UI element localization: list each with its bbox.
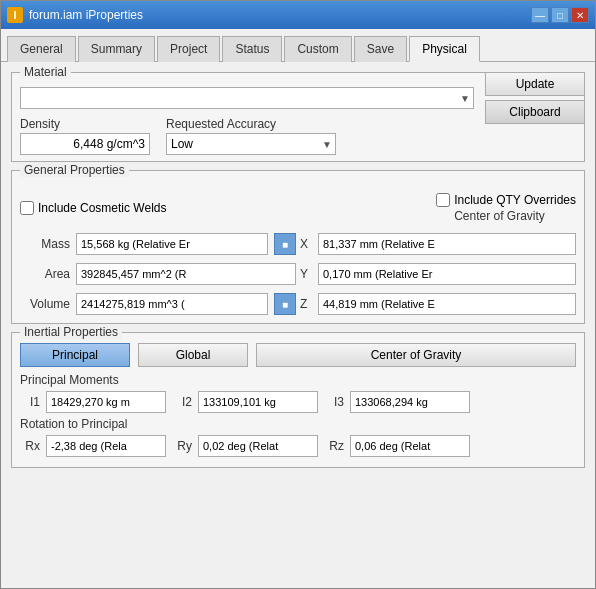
accuracy-select[interactable]: Low Medium High (166, 133, 336, 155)
general-properties-section: General Properties Include Cosmetic Weld… (11, 170, 585, 324)
material-select[interactable] (20, 87, 474, 109)
close-button[interactable]: ✕ (571, 7, 589, 23)
window-title: forum.iam iProperties (29, 8, 143, 22)
volume-row: Volume 2414275,819 mm^3 ( ■ (20, 291, 296, 317)
mass-label: Mass (20, 237, 70, 251)
area-value: 392845,457 mm^2 (R (76, 263, 296, 285)
material-label: Material (20, 65, 71, 79)
checkbox-row: Include Cosmetic Welds Include QTY Overr… (20, 193, 576, 223)
principal-moments-label: Principal Moments (20, 373, 576, 387)
title-bar: I forum.iam iProperties — □ ✕ (1, 1, 595, 29)
volume-value: 2414275,819 mm^3 ( (76, 293, 268, 315)
i1-label: I1 (20, 395, 40, 409)
volume-label: Volume (20, 297, 70, 311)
title-bar-left: I forum.iam iProperties (7, 7, 143, 23)
area-row: Area 392845,457 mm^2 (R (20, 261, 296, 287)
qty-overrides-label: Include QTY Overrides (454, 193, 576, 207)
mass-value: 15,568 kg (Relative Er (76, 233, 268, 255)
tab-custom[interactable]: Custom (284, 36, 351, 62)
rotation-row: Rx -2,38 deg (Rela Ry 0,02 deg (Relat Rz… (20, 435, 576, 457)
update-button[interactable]: Update (485, 72, 585, 96)
tabs-container: General Summary Project Status Custom Sa… (1, 29, 595, 62)
material-dropdown-wrap: ▼ (20, 87, 474, 109)
z-row: Z 44,819 mm (Relative E (300, 291, 576, 317)
rz-label: Rz (324, 439, 344, 453)
principal-button[interactable]: Principal (20, 343, 130, 367)
accuracy-label: Requested Accuracy (166, 117, 336, 131)
action-buttons: Update Clipboard (485, 72, 585, 124)
z-label: Z (300, 297, 312, 311)
rx-label: Rx (20, 439, 40, 453)
y-row: Y 0,170 mm (Relative Er (300, 261, 576, 287)
i3-label: I3 (324, 395, 344, 409)
x-row: X 81,337 mm (Relative E (300, 231, 576, 257)
volume-calc-button[interactable]: ■ (274, 293, 296, 315)
cosmetic-welds-group: Include Cosmetic Welds (20, 201, 167, 215)
y-label: Y (300, 267, 312, 281)
x-label: X (300, 237, 312, 251)
ry-label: Ry (172, 439, 192, 453)
y-value: 0,170 mm (Relative Er (318, 263, 576, 285)
mass-row: Mass 15,568 kg (Relative Er ■ (20, 231, 296, 257)
left-props: Mass 15,568 kg (Relative Er ■ Area 39284… (20, 231, 296, 317)
tab-save[interactable]: Save (354, 36, 407, 62)
tab-project[interactable]: Project (157, 36, 220, 62)
properties-grid: Mass 15,568 kg (Relative Er ■ Area 39284… (20, 231, 576, 317)
i1-value: 18429,270 kg m (46, 391, 166, 413)
tab-status[interactable]: Status (222, 36, 282, 62)
rx-value: -2,38 deg (Rela (46, 435, 166, 457)
ry-value: 0,02 deg (Relat (198, 435, 318, 457)
qty-overrides-group: Include QTY Overrides Center of Gravity (436, 193, 576, 223)
content-area: Material ▼ Density 6,448 g/cm^3 Requeste… (1, 62, 595, 588)
tab-physical[interactable]: Physical (409, 36, 480, 62)
clipboard-button[interactable]: Clipboard (485, 100, 585, 124)
area-label: Area (20, 267, 70, 281)
material-section: Material ▼ Density 6,448 g/cm^3 Requeste… (11, 72, 585, 162)
rotation-label: Rotation to Principal (20, 417, 576, 431)
cosmetic-welds-checkbox[interactable] (20, 201, 34, 215)
density-group: Density 6,448 g/cm^3 (20, 117, 150, 155)
inertial-properties-label: Inertial Properties (20, 325, 122, 339)
maximize-button[interactable]: □ (551, 7, 569, 23)
accuracy-group: Requested Accuracy Low Medium High ▼ (166, 117, 336, 155)
x-value: 81,337 mm (Relative E (318, 233, 576, 255)
tab-summary[interactable]: Summary (78, 36, 155, 62)
inertial-properties-section: Inertial Properties Principal Global Cen… (11, 332, 585, 468)
i2-label: I2 (172, 395, 192, 409)
center-of-gravity-sublabel: Center of Gravity (454, 209, 545, 223)
right-props: X 81,337 mm (Relative E Y 0,170 mm (Rela… (300, 231, 576, 317)
tab-general[interactable]: General (7, 36, 76, 62)
inertial-buttons-row: Principal Global Center of Gravity (20, 343, 576, 367)
app-icon: I (7, 7, 23, 23)
z-value: 44,819 mm (Relative E (318, 293, 576, 315)
density-row: Density 6,448 g/cm^3 Requested Accuracy … (20, 117, 474, 155)
qty-checkbox-group: Include QTY Overrides (436, 193, 576, 207)
cosmetic-welds-label: Include Cosmetic Welds (38, 201, 167, 215)
density-value: 6,448 g/cm^3 (20, 133, 150, 155)
main-window: I forum.iam iProperties — □ ✕ General Su… (0, 0, 596, 589)
i3-value: 133068,294 kg (350, 391, 470, 413)
moments-row: I1 18429,270 kg m I2 133109,101 kg I3 13… (20, 391, 576, 413)
density-label: Density (20, 117, 150, 131)
mass-calc-button[interactable]: ■ (274, 233, 296, 255)
i2-value: 133109,101 kg (198, 391, 318, 413)
rz-value: 0,06 deg (Relat (350, 435, 470, 457)
minimize-button[interactable]: — (531, 7, 549, 23)
center-of-gravity-button[interactable]: Center of Gravity (256, 343, 576, 367)
qty-overrides-checkbox[interactable] (436, 193, 450, 207)
accuracy-dropdown-wrap: Low Medium High ▼ (166, 133, 336, 155)
general-properties-label: General Properties (20, 163, 129, 177)
title-controls: — □ ✕ (531, 7, 589, 23)
global-button[interactable]: Global (138, 343, 248, 367)
